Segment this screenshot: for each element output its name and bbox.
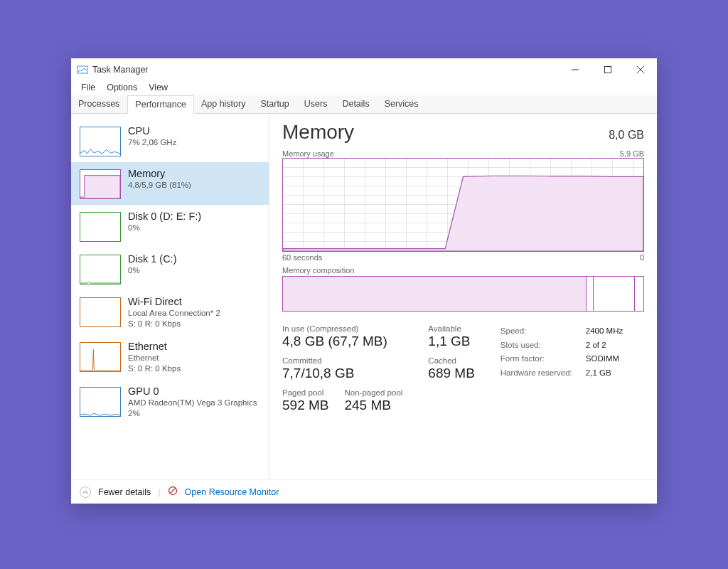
- available-value: 1,1 GB: [428, 334, 474, 349]
- menu-options[interactable]: Options: [102, 81, 141, 94]
- slots-label: Slots used:: [500, 339, 586, 353]
- fewer-details-button[interactable]: Fewer details: [98, 487, 151, 497]
- menu-view[interactable]: View: [144, 81, 172, 94]
- sidebar-item-memory[interactable]: Memory 4,8/5,9 GB (81%): [71, 162, 269, 205]
- tab-performance[interactable]: Performance: [127, 95, 194, 114]
- maximize-button[interactable]: [592, 58, 624, 81]
- slots-value: 2 of 2: [586, 339, 628, 353]
- sidebar-memory-title: Memory: [128, 168, 191, 179]
- memory-thumb: [80, 169, 121, 199]
- memory-capacity: 8,0 GB: [609, 129, 644, 142]
- paged-label: Paged pool: [282, 388, 328, 397]
- gpu-thumb: [80, 387, 121, 417]
- sidebar-item-gpu[interactable]: GPU 0 AMD Radeon(TM) Vega 3 Graphics 2%: [71, 380, 269, 425]
- nonpaged-value: 245 MB: [344, 398, 402, 413]
- page-title: Memory: [282, 121, 354, 144]
- tab-users[interactable]: Users: [297, 95, 336, 113]
- footer: Fewer details | Open Resource Monitor: [71, 479, 657, 504]
- memory-chart[interactable]: [282, 158, 644, 252]
- composition-bar[interactable]: [282, 276, 644, 312]
- comp-seg-free: [634, 277, 643, 311]
- task-manager-window: Task Manager File Options View Processes…: [71, 58, 657, 504]
- committed-label: Committed: [282, 356, 402, 365]
- comp-seg-in-use: [283, 277, 586, 311]
- speed-value: 2400 MHz: [586, 324, 628, 339]
- app-icon: [77, 64, 88, 75]
- chevron-up-icon[interactable]: [80, 486, 91, 498]
- chart-max: 5,9 GB: [620, 149, 644, 158]
- sidebar-cpu-sub: 7% 2,06 GHz: [128, 137, 176, 148]
- tab-startup[interactable]: Startup: [253, 95, 296, 113]
- nonpaged-label: Non-paged pool: [344, 388, 402, 397]
- cpu-thumb: [80, 127, 121, 156]
- ethernet-thumb: [80, 342, 121, 372]
- available-label: Available: [428, 324, 474, 333]
- speed-label: Speed:: [500, 324, 586, 339]
- svg-rect-2: [605, 67, 611, 73]
- sidebar-eth-sub2: S: 0 R: 0 Kbps: [128, 363, 181, 374]
- cached-label: Cached: [428, 356, 474, 365]
- cached-value: 689 MB: [428, 366, 474, 381]
- sidebar-item-cpu[interactable]: CPU 7% 2,06 GHz: [71, 119, 269, 162]
- resource-monitor-icon: [168, 486, 178, 498]
- spec-list: Speed:2400 MHz Slots used:2 of 2 Form fa…: [500, 324, 628, 420]
- sidebar-wifi-sub2: S: 0 R: 0 Kbps: [128, 319, 220, 329]
- sidebar-item-disk1[interactable]: Disk 1 (C:) 0%: [71, 248, 269, 290]
- minimize-button[interactable]: [559, 58, 592, 81]
- tab-details[interactable]: Details: [335, 95, 377, 113]
- disk0-thumb: [80, 212, 121, 242]
- sidebar-disk1-title: Disk 1 (C:): [128, 253, 176, 265]
- comp-seg-standby: [593, 277, 634, 311]
- tab-app-history[interactable]: App history: [194, 95, 254, 113]
- sidebar-eth-title: Ethernet: [128, 341, 181, 352]
- committed-value: 7,7/10,8 GB: [282, 366, 402, 381]
- close-button[interactable]: [624, 58, 657, 81]
- chart-title: Memory usage: [282, 149, 334, 158]
- sidebar-item-disk0[interactable]: Disk 0 (D: E: F:) 0%: [71, 205, 269, 248]
- sidebar-gpu-sub2: 2%: [128, 408, 257, 419]
- in-use-label: In use (Compressed): [282, 324, 402, 333]
- sidebar-wifi-sub: Local Area Connection* 2: [128, 308, 220, 319]
- tab-services[interactable]: Services: [378, 95, 427, 113]
- paged-value: 592 MB: [282, 398, 328, 413]
- wifi-thumb: [80, 297, 121, 327]
- comp-title: Memory composition: [282, 266, 354, 275]
- form-value: SODIMM: [586, 352, 628, 366]
- form-label: Form factor:: [500, 352, 586, 366]
- comp-seg-modified: [586, 277, 593, 311]
- window-title: Task Manager: [92, 65, 559, 75]
- sidebar-item-ethernet[interactable]: Ethernet Ethernet S: 0 R: 0 Kbps: [71, 335, 269, 380]
- chart-xright: 0: [640, 253, 644, 262]
- sidebar-gpu-sub: AMD Radeon(TM) Vega 3 Graphics: [128, 398, 257, 408]
- sidebar-eth-sub: Ethernet: [128, 353, 181, 363]
- sidebar: CPU 7% 2,06 GHz Memory 4,8/5,9 GB (81%) …: [71, 114, 269, 479]
- content: CPU 7% 2,06 GHz Memory 4,8/5,9 GB (81%) …: [71, 114, 657, 479]
- menubar: File Options View: [71, 81, 657, 95]
- in-use-value: 4,8 GB (67,7 MB): [282, 334, 402, 349]
- sidebar-disk1-sub: 0%: [128, 265, 176, 276]
- open-resource-monitor-link[interactable]: Open Resource Monitor: [185, 487, 279, 497]
- main-panel: Memory 8,0 GB Memory usage 5,9 GB 60 sec…: [269, 114, 657, 479]
- disk1-thumb: [80, 255, 121, 284]
- hwres-label: Hardware reserved:: [500, 366, 586, 381]
- sidebar-item-wifi[interactable]: Wi-Fi Direct Local Area Connection* 2 S:…: [71, 290, 269, 335]
- titlebar[interactable]: Task Manager: [71, 58, 657, 81]
- menu-file[interactable]: File: [77, 81, 100, 94]
- sidebar-memory-sub: 4,8/5,9 GB (81%): [128, 180, 191, 191]
- tab-processes[interactable]: Processes: [71, 95, 127, 113]
- svg-line-6: [170, 489, 175, 494]
- sidebar-disk0-sub: 0%: [128, 223, 201, 233]
- hwres-value: 2,1 GB: [586, 366, 628, 381]
- chart-xleft: 60 seconds: [282, 253, 322, 262]
- sidebar-gpu-title: GPU 0: [128, 385, 257, 397]
- sidebar-cpu-title: CPU: [128, 125, 176, 137]
- tabbar: Processes Performance App history Startu…: [71, 95, 657, 114]
- memory-chart-svg: [283, 159, 643, 251]
- divider: |: [158, 487, 160, 497]
- sidebar-disk0-title: Disk 0 (D: E: F:): [128, 211, 201, 222]
- sidebar-wifi-title: Wi-Fi Direct: [128, 296, 220, 307]
